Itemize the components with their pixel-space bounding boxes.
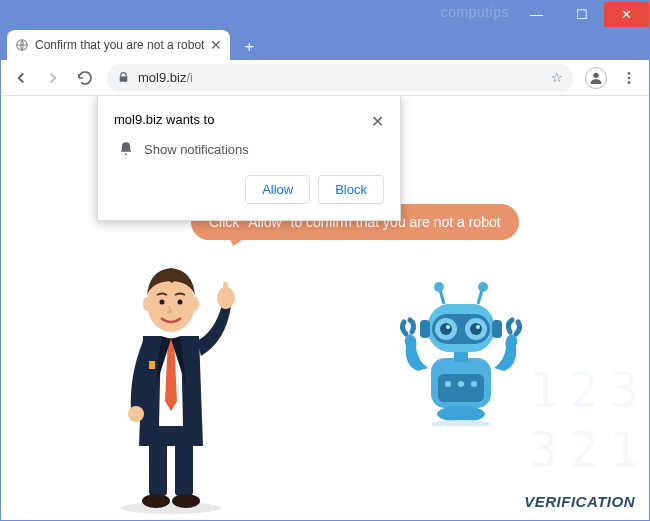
svg-rect-10 — [149, 361, 155, 369]
svg-point-15 — [143, 297, 151, 311]
watermark-text: computips — [441, 4, 509, 20]
svg-point-11 — [128, 406, 144, 422]
background-decoration: 123321 — [529, 360, 649, 480]
allow-button[interactable]: Allow — [245, 175, 310, 204]
minimize-button[interactable]: — — [514, 2, 559, 27]
bookmark-star-icon[interactable]: ☆ — [551, 70, 563, 85]
reload-button[interactable] — [71, 64, 99, 92]
svg-point-38 — [478, 282, 488, 292]
svg-point-42 — [431, 420, 491, 426]
svg-point-22 — [445, 381, 451, 387]
svg-line-35 — [440, 290, 444, 304]
svg-point-9 — [172, 494, 200, 508]
svg-rect-40 — [492, 320, 502, 338]
forward-button[interactable] — [39, 64, 67, 92]
svg-point-16 — [191, 297, 199, 311]
svg-point-18 — [178, 300, 183, 305]
permission-label: Show notifications — [144, 142, 249, 157]
new-tab-button[interactable]: + — [236, 34, 262, 60]
svg-point-2 — [628, 72, 631, 75]
permission-close-icon[interactable]: ✕ — [371, 112, 384, 131]
businessman-illustration — [101, 246, 251, 516]
block-button[interactable]: Block — [318, 175, 384, 204]
close-window-button[interactable]: ✕ — [604, 2, 649, 27]
svg-point-33 — [446, 325, 450, 329]
svg-point-1 — [593, 72, 598, 77]
svg-rect-39 — [420, 320, 430, 338]
robot-illustration — [396, 276, 526, 426]
page-content: 123321 mol9.biz wants to ✕ Show notifica… — [1, 96, 649, 520]
tab-close-icon[interactable]: ✕ — [210, 37, 222, 53]
menu-button[interactable] — [615, 64, 643, 92]
tab-title: Confirm that you are not a robot — [35, 38, 204, 52]
svg-point-4 — [628, 81, 631, 84]
svg-rect-21 — [438, 374, 484, 402]
svg-point-5 — [121, 502, 221, 514]
url-text: mol9.biz/i — [138, 70, 543, 85]
svg-point-31 — [440, 323, 452, 335]
svg-point-36 — [434, 282, 444, 292]
address-bar[interactable]: mol9.biz/i ☆ — [107, 64, 573, 92]
notification-permission-dialog: mol9.biz wants to ✕ Show notifications A… — [97, 96, 401, 221]
svg-point-24 — [471, 381, 477, 387]
svg-point-34 — [476, 325, 480, 329]
svg-point-3 — [628, 76, 631, 79]
svg-line-37 — [478, 290, 482, 304]
permission-site-text: mol9.biz wants to — [114, 112, 214, 131]
verification-label: VERIFICATION — [524, 493, 635, 510]
back-button[interactable] — [7, 64, 35, 92]
maximize-button[interactable]: ☐ — [559, 2, 604, 27]
profile-avatar[interactable] — [585, 67, 607, 89]
svg-point-41 — [437, 406, 485, 422]
svg-point-8 — [142, 494, 170, 508]
svg-point-23 — [458, 381, 464, 387]
svg-point-17 — [160, 300, 165, 305]
svg-rect-13 — [223, 282, 228, 296]
lock-icon — [117, 71, 130, 84]
browser-tab[interactable]: Confirm that you are not a robot ✕ — [7, 30, 230, 60]
globe-icon — [15, 38, 29, 52]
bell-icon — [118, 141, 134, 157]
svg-point-32 — [470, 323, 482, 335]
